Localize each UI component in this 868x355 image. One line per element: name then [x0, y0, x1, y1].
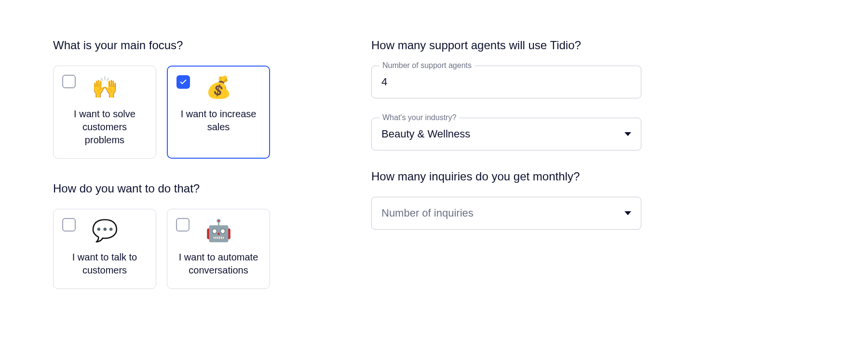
speech-bubble-icon: 💬 — [92, 220, 118, 241]
method-card-automate[interactable]: 🤖 I want to automate conversations — [167, 209, 270, 289]
question-how-to-do: How do you want to do that? — [53, 182, 342, 195]
industry-select-label: What's your industry? — [380, 113, 459, 122]
card-label: I want to increase sales — [175, 108, 262, 134]
focus-card-increase-sales[interactable]: 💰 I want to increase sales — [167, 66, 270, 159]
card-label: I want to solve customers problems — [61, 108, 148, 147]
method-card-talk-customers[interactable]: 💬 I want to talk to customers — [53, 209, 156, 289]
money-bag-icon: 💰 — [205, 77, 232, 98]
method-options: 💬 I want to talk to customers 🤖 I want t… — [53, 209, 342, 289]
question-agents: How many support agents will use Tidio? — [371, 39, 641, 52]
focus-options: 🙌 I want to solve customers problems 💰 I… — [53, 66, 342, 159]
question-inquiries: How many inquiries do you get monthly? — [371, 170, 641, 183]
checkbox-checked-icon — [176, 75, 190, 89]
card-label: I want to talk to customers — [61, 251, 148, 277]
raised-hands-icon: 🙌 — [92, 77, 118, 98]
inquiries-select-placeholder: Number of inquiries — [381, 207, 474, 219]
card-label: I want to automate conversations — [175, 251, 262, 277]
checkbox-icon — [176, 218, 190, 232]
industry-select[interactable]: What's your industry? Beauty & Wellness — [371, 118, 641, 150]
agents-input[interactable]: Number of support agents 4 — [371, 66, 641, 98]
question-main-focus: What is your main focus? — [53, 39, 342, 52]
focus-card-solve-problems[interactable]: 🙌 I want to solve customers problems — [53, 66, 156, 159]
left-column: What is your main focus? 🙌 I want to sol… — [53, 39, 342, 289]
chevron-down-icon — [624, 211, 631, 215]
industry-select-value: Beauty & Wellness — [381, 128, 470, 140]
checkbox-icon — [62, 75, 76, 88]
agents-input-label: Number of support agents — [380, 61, 475, 70]
inquiries-select[interactable]: Number of inquiries — [371, 197, 641, 230]
right-column: How many support agents will use Tidio? … — [371, 39, 641, 289]
chevron-down-icon — [624, 132, 631, 136]
agents-input-value: 4 — [381, 76, 631, 88]
robot-icon: 🤖 — [205, 220, 232, 241]
checkbox-icon — [62, 218, 76, 232]
